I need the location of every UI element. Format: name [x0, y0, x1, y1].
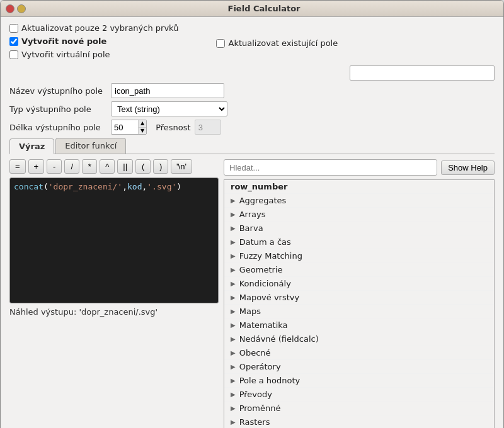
- func-item-maps[interactable]: ▶ Maps: [224, 305, 494, 318]
- op-concat[interactable]: ||: [117, 159, 133, 174]
- close-button[interactable]: [6, 4, 14, 13]
- update-selected-checkbox[interactable]: [9, 24, 18, 33]
- preview-value: 'dopr_znaceni/.svg': [79, 307, 158, 317]
- left-options: Aktualizovat pouze 2 vybraných prvků Vyt…: [9, 23, 178, 63]
- op-newline[interactable]: '\n': [171, 159, 192, 174]
- expr-func: concat: [14, 182, 43, 191]
- arrow-icon: ▶: [231, 405, 236, 412]
- tabs-bar: Výraz Editor funkcí: [9, 138, 495, 154]
- arrow-icon: ▶: [231, 294, 236, 301]
- func-item-mapove-vrstvy[interactable]: ▶ Mapové vrstvy: [224, 291, 494, 305]
- output-field-name-row: Název výstupního pole: [9, 83, 495, 98]
- precision-input: [195, 120, 221, 135]
- op-power[interactable]: ^: [100, 159, 115, 174]
- op-multiply[interactable]: *: [82, 159, 97, 174]
- left-panel: = + - / * ^ || ( ) '\n' concat('dopr_zna…: [9, 159, 219, 428]
- arrow-icon: ▶: [231, 377, 236, 384]
- create-new-field-label[interactable]: Vytvořit nové pole: [9, 37, 106, 46]
- output-length-input[interactable]: [112, 121, 138, 133]
- output-field-name-label: Název výstupního pole: [9, 86, 107, 96]
- window-controls: [6, 4, 26, 13]
- create-virtual-row: Vytvořit virtuální pole: [9, 50, 178, 59]
- arrow-icon: ▶: [231, 308, 236, 315]
- output-length-label: Délka výstupního pole: [9, 123, 107, 132]
- arrow-icon: ▶: [231, 197, 236, 204]
- window-title: Field Calculator: [30, 4, 498, 13]
- func-item-geometrie[interactable]: ▶ Geometrie: [224, 263, 494, 277]
- output-length-row: Délka výstupního pole ▲ ▼ Přesnost: [9, 120, 495, 135]
- func-item-rasters[interactable]: ▶ Rasters: [224, 415, 494, 428]
- func-item-row-number[interactable]: row_number: [224, 180, 494, 194]
- arrow-icon: ▶: [231, 335, 236, 342]
- output-type-label: Typ výstupního pole: [9, 104, 107, 114]
- op-open-paren[interactable]: (: [135, 159, 151, 174]
- op-divide[interactable]: /: [64, 159, 79, 174]
- output-type-row: Typ výstupního pole Text (string): [9, 101, 495, 116]
- func-item-nedavne[interactable]: ▶ Nedávné (fieldcalc): [224, 332, 494, 346]
- create-new-field-checkbox[interactable]: [9, 37, 18, 46]
- arrow-icon: ▶: [231, 280, 236, 287]
- op-minus[interactable]: -: [47, 159, 62, 174]
- output-preview: Náhled výstupu: 'dopr_znaceni/.svg': [9, 307, 219, 317]
- update-existing-label[interactable]: Aktualizovat existující pole: [216, 38, 338, 48]
- show-help-button[interactable]: Show Help: [441, 160, 495, 175]
- update-existing-checkbox[interactable]: [216, 39, 225, 48]
- preview-label: Náhled výstupu:: [9, 307, 76, 317]
- func-item-obecne[interactable]: ▶ Obecné: [224, 346, 494, 360]
- func-item-kondicionaly[interactable]: ▶ Kondicionály: [224, 277, 494, 291]
- arrow-icon: ▶: [231, 225, 236, 232]
- func-item-pole-hodnoty[interactable]: ▶ Pole a hodnoty: [224, 374, 494, 388]
- func-item-prevody[interactable]: ▶ Převody: [224, 388, 494, 402]
- function-list-wrapper: row_number ▶ Aggregates ▶ Arrays ▶ Bar: [224, 179, 495, 428]
- output-type-select[interactable]: Text (string): [111, 101, 227, 116]
- arrow-icon: ▶: [231, 239, 236, 245]
- field-calculator-window: Field Calculator Aktualizovat pouze 2 vy…: [0, 0, 504, 428]
- existing-field-row: [9, 65, 495, 81]
- expression-editor: concat('dopr_znaceni/',kod,'.svg'): [9, 177, 219, 303]
- existing-field-input[interactable]: [350, 65, 495, 81]
- output-length-spinbox[interactable]: ▲ ▼: [111, 120, 147, 135]
- func-item-fuzzy[interactable]: ▶ Fuzzy Matching: [224, 249, 494, 263]
- top-checkboxes-row: Aktualizovat pouze 2 vybraných prvků Vyt…: [9, 23, 495, 63]
- update-existing-section: Aktualizovat existující pole: [178, 23, 495, 63]
- right-panel: Show Help row_number ▶ Aggregates ▶: [224, 159, 495, 428]
- tab-function-editor[interactable]: Editor funkcí: [55, 138, 126, 154]
- create-virtual-label[interactable]: Vytvořit virtuální pole: [9, 50, 110, 59]
- update-selected-row: Aktualizovat pouze 2 vybraných prvků: [9, 23, 178, 33]
- search-row: Show Help: [224, 159, 495, 176]
- arrow-icon: ▶: [231, 419, 236, 425]
- operator-bar: = + - / * ^ || ( ) '\n': [9, 159, 219, 174]
- length-decrement-btn[interactable]: ▼: [138, 128, 146, 135]
- func-item-aggregates[interactable]: ▶ Aggregates: [224, 194, 494, 208]
- update-selected-label[interactable]: Aktualizovat pouze 2 vybraných prvků: [9, 23, 178, 33]
- tab-expression[interactable]: Výraz: [9, 138, 54, 154]
- func-item-operatory[interactable]: ▶ Operátory: [224, 360, 494, 374]
- op-equals[interactable]: =: [9, 159, 26, 174]
- output-field-name-input[interactable]: [111, 83, 224, 98]
- func-item-datum[interactable]: ▶ Datum a čas: [224, 235, 494, 249]
- func-item-arrays[interactable]: ▶ Arrays: [224, 208, 494, 222]
- main-content: Aktualizovat pouze 2 vybraných prvků Vyt…: [1, 17, 503, 428]
- precision-label: Přesnost: [156, 123, 191, 132]
- arrow-icon: ▶: [231, 266, 236, 273]
- create-new-field-row: Vytvořit nové pole: [9, 37, 178, 46]
- arrow-icon: ▶: [231, 252, 236, 259]
- create-virtual-checkbox[interactable]: [9, 50, 18, 59]
- op-close-paren[interactable]: ): [153, 159, 168, 174]
- arrow-icon: ▶: [231, 211, 236, 218]
- titlebar: Field Calculator: [1, 1, 503, 17]
- search-input[interactable]: [224, 159, 437, 176]
- arrow-icon: ▶: [231, 391, 236, 398]
- arrow-icon: ▶: [231, 363, 236, 370]
- func-item-matematika[interactable]: ▶ Matematika: [224, 318, 494, 332]
- op-plus[interactable]: +: [28, 159, 45, 174]
- arrow-icon: ▶: [231, 322, 236, 329]
- func-item-barva[interactable]: ▶ Barva: [224, 222, 494, 235]
- length-increment-btn[interactable]: ▲: [138, 120, 146, 128]
- function-list: row_number ▶ Aggregates ▶ Arrays ▶ Bar: [224, 180, 494, 428]
- func-item-promenne[interactable]: ▶ Proměnné: [224, 402, 494, 415]
- arrow-icon: ▶: [231, 349, 236, 356]
- minimize-button[interactable]: [17, 4, 26, 13]
- main-area: = + - / * ^ || ( ) '\n' concat('dopr_zna…: [9, 159, 495, 428]
